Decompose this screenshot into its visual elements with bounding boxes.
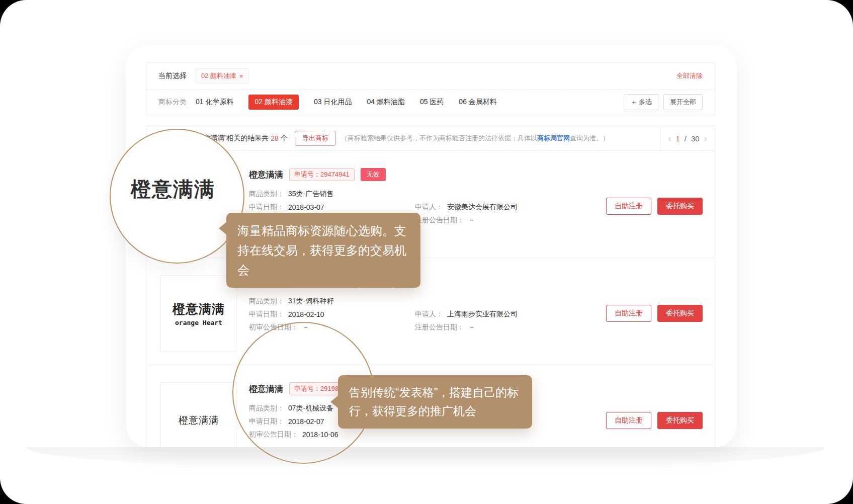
trademark-office-link[interactable]: 商标局官网 [537, 134, 570, 142]
entrust-buy-button[interactable]: 委托购买 [657, 198, 703, 215]
row-actions: 自助注册 委托购买 [606, 198, 703, 215]
selected-filter-tag-label: 02 颜料油漆 [201, 71, 236, 80]
feature-tooltip-trade: 海量精品商标资源随心选购。支持在线交易，获得更多的交易机会 [226, 213, 420, 288]
current-page: 1 [675, 134, 679, 143]
pagination: ‹ 1 / 30 › [660, 126, 715, 150]
apply-date-value: 2018-03-07 [288, 203, 324, 211]
current-selection-label: 当前选择 [158, 71, 187, 80]
self-register-button[interactable]: 自助注册 [606, 198, 651, 215]
applicant-value: 安徽美达会展有限公司 [447, 203, 518, 212]
entrust-buy-button[interactable]: 委托购买 [657, 305, 703, 322]
magnifier-circle: 橙意满满 [110, 129, 244, 264]
applicant-label: 申请人： [415, 203, 443, 212]
category-value: 35类-广告销售 [288, 190, 333, 199]
trademark-image-text: 橙意满满 [173, 301, 225, 317]
trademark-name: 橙意满满 [249, 169, 283, 181]
results-header: 为您检索到“橙意满满”相关的结果共28 个 导出商标 （商标检索结果仅供参考，不… [146, 126, 715, 151]
category-label: 商品类别： [249, 190, 284, 199]
remove-filter-icon[interactable]: × [239, 72, 243, 80]
category-item-05[interactable]: 05 医药 [420, 98, 444, 107]
next-page-icon[interactable]: › [704, 134, 707, 143]
self-register-button[interactable]: 自助注册 [606, 412, 651, 429]
apply-date-label: 申请日期： [249, 203, 284, 212]
category-item-06[interactable]: 06 金属材料 [459, 98, 496, 107]
selected-filter-tag[interactable]: 02 颜料油漆 × [196, 68, 249, 83]
disclaimer-suffix: 查询为准。） [570, 134, 609, 142]
feature-tooltip-promo: 告别传统“发表格”，搭建自己的标行，获得更多的推广机会 [338, 375, 532, 429]
status-badge: 无效 [361, 168, 386, 181]
category-filter-row: 商标分类 01 化学原料 02 颜料油漆 03 日化用品 04 燃料油脂 05 … [146, 90, 715, 115]
row-actions: 自助注册 委托购买 [606, 305, 703, 322]
category-list: 01 化学原料 02 颜料油漆 03 日化用品 04 燃料油脂 05 医药 06… [196, 95, 497, 110]
filter-action-buttons: ＋ 多选 展开全部 [624, 94, 703, 110]
applicant-value: 上海雨步实业有限公司 [447, 310, 518, 319]
appno-label: 申请号： [294, 171, 320, 178]
category-item-04[interactable]: 04 燃料油脂 [367, 98, 404, 107]
apply-date-label: 申请日期： [249, 310, 284, 319]
row-actions: 自助注册 委托购买 [606, 412, 703, 429]
export-trademarks-button[interactable]: 导出商标 [295, 131, 336, 146]
trademark-image-subtext: orange Heart [175, 319, 222, 326]
tooltip-text: 告别传统“发表格”，搭建自己的标行，获得更多的推广机会 [349, 386, 519, 417]
screenshot-stage: 当前选择 02 颜料油漆 × 全部清除 商标分类 01 化学原料 02 颜料油漆… [0, 0, 853, 504]
multi-select-button[interactable]: ＋ 多选 [624, 94, 658, 110]
summary-suffix: 个 [281, 134, 288, 143]
reg-notice-value: － [468, 216, 475, 225]
disclaimer-prefix: （商标检索结果仅供参考，不作为商标能否注册的法律依据；具体以 [341, 134, 537, 142]
trademark-image: 橙意满满 [160, 382, 237, 447]
total-pages: 30 [691, 134, 700, 143]
expand-all-button[interactable]: 展开全部 [663, 94, 703, 110]
category-value: 31类-饲料种籽 [288, 297, 333, 306]
summary-count: 28 [271, 134, 279, 142]
apply-date-value: 2018-02-10 [288, 310, 324, 318]
trademark-image-text: 橙意满满 [179, 414, 219, 427]
reg-notice-value: － [468, 323, 475, 332]
prev-page-icon[interactable]: ‹ [668, 134, 671, 143]
category-item-02-selected[interactable]: 02 颜料油漆 [248, 95, 298, 110]
tooltip-text: 海量精品商标资源随心选购。支持在线交易，获得更多的交易机会 [237, 224, 406, 277]
reg-notice-label: 注册公告日期： [415, 216, 464, 225]
appno-value: 29474941 [320, 171, 350, 178]
results-disclaimer: （商标检索结果仅供参考，不作为商标能否注册的法律依据；具体以商标局官网查询为准。… [341, 134, 609, 143]
category-label: 商品类别： [249, 297, 284, 306]
entrust-buy-button[interactable]: 委托购买 [657, 412, 703, 429]
trademark-image: 橙意满满 orange Heart [160, 275, 237, 352]
reg-notice-label: 注册公告日期： [415, 323, 464, 332]
category-item-03[interactable]: 03 日化用品 [314, 98, 352, 107]
tooltip-arrow-icon [212, 222, 227, 235]
self-register-button[interactable]: 自助注册 [606, 305, 651, 322]
category-filter-label: 商标分类 [158, 98, 187, 107]
filter-panel: 当前选择 02 颜料油漆 × 全部清除 商标分类 01 化学原料 02 颜料油漆… [146, 62, 715, 115]
category-item-01[interactable]: 01 化学原料 [196, 98, 233, 107]
clear-all-button[interactable]: 全部清除 [676, 71, 703, 80]
application-number-tag: 申请号：29474941 [289, 168, 355, 181]
applicant-label: 申请人： [415, 310, 443, 319]
magnified-trademark-text: 橙意满满 [131, 176, 215, 203]
page-separator: / [685, 134, 687, 143]
tooltip-arrow-icon [324, 395, 338, 408]
current-selection-row: 当前选择 02 颜料油漆 × 全部清除 [146, 63, 715, 90]
